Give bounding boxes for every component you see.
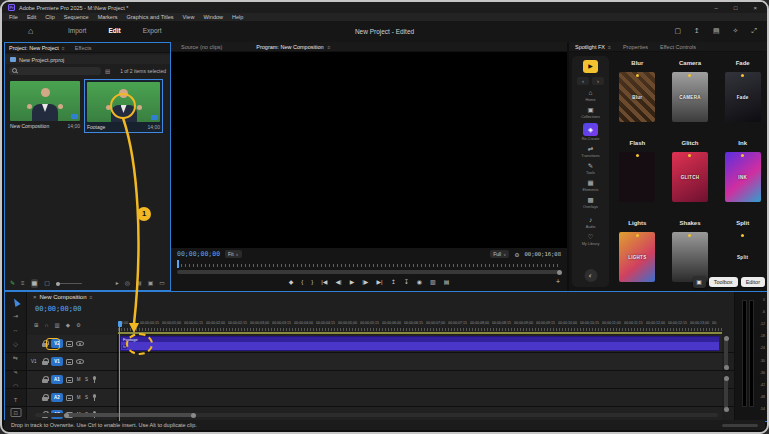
sync-lock-icon[interactable] bbox=[66, 395, 73, 401]
track-lane-a2[interactable] bbox=[118, 389, 722, 406]
solo-button[interactable]: S bbox=[84, 377, 89, 382]
menu-item[interactable]: Window bbox=[203, 14, 223, 20]
mute-button[interactable]: M bbox=[76, 395, 81, 400]
fx-logo-icon[interactable]: ▶ bbox=[583, 60, 598, 73]
zoom-slider[interactable] bbox=[56, 283, 82, 284]
ripple-edit-tool-icon[interactable]: ↔ bbox=[13, 327, 19, 334]
snap-icon[interactable]: ∩ bbox=[45, 322, 49, 329]
nav-forward-icon[interactable]: › bbox=[592, 77, 604, 85]
audio-tracks-scrollbar[interactable] bbox=[724, 378, 728, 410]
menu-item[interactable]: Graphics and Titles bbox=[127, 14, 174, 20]
resolution-select[interactable]: Full∨ bbox=[490, 250, 509, 258]
toggle-output-icon[interactable] bbox=[76, 341, 84, 346]
play-icon[interactable]: ▶ bbox=[350, 278, 355, 285]
toolbox-icon[interactable]: ▣ bbox=[693, 276, 706, 288]
mic-icon[interactable] bbox=[92, 394, 96, 401]
new-item-icon[interactable]: ▣ bbox=[148, 279, 154, 288]
video-tracks-scrollbar[interactable] bbox=[724, 338, 728, 368]
nest-icon[interactable]: ⊞ bbox=[34, 322, 39, 329]
restore-workspace-icon[interactable]: ▢ bbox=[674, 26, 681, 36]
sidebar-item-tools[interactable]: ✎ Tools bbox=[586, 162, 595, 175]
list-view-icon[interactable]: ≡ bbox=[21, 279, 25, 288]
tab-program[interactable]: Program: New Composition bbox=[256, 44, 323, 50]
sync-lock-icon[interactable] bbox=[66, 359, 73, 365]
go-to-out-icon[interactable]: ▶| bbox=[377, 278, 383, 285]
panel-menu-icon[interactable]: ≡ bbox=[90, 294, 93, 300]
menu-item[interactable]: View bbox=[183, 14, 195, 20]
clip-fx-badge[interactable]: fx bbox=[122, 345, 127, 349]
profile-icon[interactable]: ◐ bbox=[584, 269, 597, 282]
sidebar-item-overlays[interactable]: ▩ Overlays bbox=[583, 196, 598, 209]
project-item-footage[interactable]: Footage 14;00 bbox=[84, 79, 163, 133]
mute-button[interactable]: M bbox=[76, 377, 81, 382]
mark-out-icon[interactable]: } bbox=[311, 279, 313, 285]
monitor-scrub-bar[interactable] bbox=[177, 261, 561, 267]
tab-export[interactable]: Export bbox=[143, 27, 162, 34]
sidebar-item-recreate[interactable]: ◈ Re-Create bbox=[582, 123, 600, 141]
monitor-playhead[interactable] bbox=[177, 260, 179, 268]
lift-icon[interactable]: ↥ bbox=[391, 278, 396, 285]
delete-icon[interactable]: ▭ bbox=[159, 279, 165, 288]
current-timecode[interactable]: 00;00;00;00 bbox=[177, 250, 220, 258]
lock-icon[interactable] bbox=[42, 340, 48, 347]
track-select-tool-icon[interactable]: ⇥ bbox=[13, 313, 18, 320]
close-sequence-icon[interactable]: × bbox=[33, 294, 37, 300]
toggle-output-icon[interactable] bbox=[76, 359, 84, 364]
menu-item[interactable]: File bbox=[9, 14, 18, 20]
track-target-a1[interactable]: A1 bbox=[51, 375, 63, 384]
solo-button[interactable]: S bbox=[84, 395, 89, 400]
tab-project[interactable]: Project: New Project bbox=[9, 45, 59, 51]
track-target-v2[interactable]: V2 bbox=[51, 339, 63, 348]
toolbox-button[interactable]: Toolbox bbox=[709, 277, 738, 287]
track-lane-v2[interactable]: Footage fx bbox=[118, 335, 722, 352]
search-input[interactable] bbox=[9, 67, 101, 75]
timeline-clip-footage[interactable]: Footage fx bbox=[120, 336, 720, 351]
tab-import[interactable]: Import bbox=[68, 27, 86, 34]
sequence-tab[interactable]: New Composition bbox=[40, 294, 87, 300]
lock-icon[interactable] bbox=[42, 376, 48, 383]
sidebar-item-transitions[interactable]: ⇄ Transitions bbox=[581, 145, 599, 158]
timeline-settings-icon[interactable]: ⚙ bbox=[76, 322, 81, 329]
fx-card-flash[interactable]: Flash bbox=[613, 134, 662, 214]
home-icon[interactable]: ⌂ bbox=[28, 26, 33, 36]
menu-item[interactable]: Sequence bbox=[64, 14, 89, 20]
timeline-timecode[interactable]: 00;00;00;00 bbox=[35, 305, 81, 313]
step-forward-icon[interactable]: |▶ bbox=[362, 278, 368, 285]
mic-icon[interactable] bbox=[92, 376, 96, 383]
tab-source[interactable]: Source (no clips) bbox=[181, 44, 222, 50]
fx-card-blur[interactable]: Blur Blur bbox=[613, 54, 662, 134]
tab-spotlight-fx[interactable]: Spotlight FX bbox=[575, 44, 605, 50]
lock-icon[interactable] bbox=[42, 394, 48, 401]
sidebar-item-library[interactable]: ♡ My Library bbox=[582, 233, 600, 246]
sidebar-item-elements[interactable]: ▦ Elements bbox=[583, 179, 599, 192]
lock-icon[interactable] bbox=[42, 358, 48, 365]
tab-effects[interactable]: Effects bbox=[75, 45, 92, 51]
mark-in-icon[interactable]: { bbox=[301, 279, 303, 285]
new-bin-icon[interactable]: ▤ bbox=[136, 279, 142, 288]
button-editor-icon[interactable]: ▤ bbox=[444, 278, 450, 285]
quick-actions-icon[interactable]: ✧ bbox=[733, 26, 739, 36]
fx-card-fade[interactable]: Fade Fade bbox=[718, 54, 767, 134]
share-icon[interactable]: ↥ bbox=[694, 26, 700, 36]
freeform-view-icon[interactable]: ▢ bbox=[44, 279, 50, 288]
add-button[interactable]: + bbox=[556, 278, 560, 285]
tab-edit[interactable]: Edit bbox=[108, 27, 120, 34]
automate-to-sequence-icon[interactable]: ▸ bbox=[116, 279, 119, 288]
timeline-ruler[interactable]: ;00;0000;00;00;1500;00;01;0000;00;01;150… bbox=[118, 321, 722, 327]
comparison-view-icon[interactable]: ▥ bbox=[430, 278, 436, 285]
edit-pencil-icon[interactable]: ✎ bbox=[10, 279, 15, 288]
export-frame-icon[interactable]: ◉ bbox=[417, 278, 422, 285]
panel-menu-icon[interactable]: ≡ bbox=[328, 44, 331, 50]
fx-card-lights[interactable]: Lights LIGHTS bbox=[613, 214, 662, 291]
nav-back-icon[interactable]: ‹ bbox=[577, 77, 589, 85]
sidebar-item-home[interactable]: ⌂ Home bbox=[585, 89, 595, 102]
work-area-bar[interactable] bbox=[118, 332, 722, 334]
fx-card-glitch[interactable]: Glitch GLITCH bbox=[666, 134, 715, 214]
menu-item[interactable]: Help bbox=[232, 14, 243, 20]
selection-tool-icon[interactable] bbox=[11, 297, 20, 307]
fullscreen-icon[interactable]: ⤢ bbox=[751, 26, 757, 36]
workspaces-icon[interactable]: ▤ bbox=[713, 26, 720, 36]
tab-effect-controls[interactable]: Effect Controls bbox=[660, 44, 696, 50]
sync-lock-icon[interactable] bbox=[66, 377, 73, 383]
menu-item[interactable]: Edit bbox=[27, 14, 36, 20]
